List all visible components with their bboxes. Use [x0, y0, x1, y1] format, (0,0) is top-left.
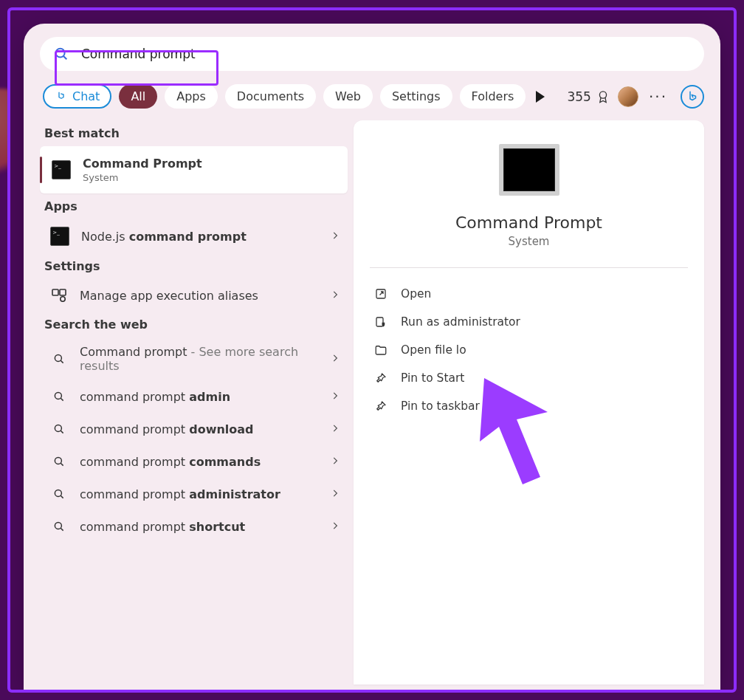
web-result-label: command prompt shortcut [80, 520, 330, 534]
nodejs-cmd-icon [50, 227, 69, 246]
svg-line-10 [61, 398, 63, 400]
shield-admin-icon [374, 315, 388, 329]
filter-row: Chat All Apps Documents Web Settings Fol… [40, 83, 704, 120]
section-web: Search the web [44, 318, 343, 332]
filter-apps[interactable]: Apps [165, 84, 218, 109]
action-open-file-location[interactable]: Open file lo [370, 336, 688, 364]
svg-line-14 [61, 463, 63, 465]
action-run-as-administrator[interactable]: Run as administrator [370, 308, 688, 336]
pin-icon [374, 371, 388, 385]
search-panel: Chat All Apps Documents Web Settings Fol… [24, 24, 720, 690]
web-result[interactable]: command prompt shortcut [40, 510, 348, 543]
search-icon [52, 422, 66, 436]
svg-point-9 [55, 392, 61, 399]
svg-rect-5 [60, 289, 66, 295]
bing-icon [686, 90, 699, 103]
search-icon [52, 352, 66, 366]
svg-point-17 [55, 522, 61, 529]
search-icon [52, 390, 66, 403]
web-result-label: command prompt commands [80, 455, 330, 469]
web-result[interactable]: command prompt administrator [40, 478, 348, 510]
filter-all[interactable]: All [119, 84, 157, 109]
section-apps: Apps [44, 199, 343, 213]
settings-result-label: Manage app execution aliases [80, 289, 330, 303]
app-result-label: Node.js command prompt [81, 230, 330, 244]
filter-folders[interactable]: Folders [460, 84, 526, 109]
folder-icon [374, 343, 388, 357]
rewards-medal-icon [596, 89, 610, 104]
best-match-result[interactable]: Command Prompt System [40, 146, 348, 193]
svg-point-7 [55, 354, 61, 361]
open-icon [374, 287, 388, 301]
chevron-right-icon [330, 422, 340, 436]
svg-line-12 [61, 430, 63, 433]
svg-point-15 [55, 490, 61, 496]
action-pin-to-taskbar[interactable]: Pin to taskbar [370, 392, 688, 420]
svg-line-16 [61, 495, 63, 498]
chat-label: Chat [72, 89, 100, 103]
more-menu-button[interactable]: ··· [646, 88, 670, 106]
app-alias-icon [50, 286, 68, 304]
svg-line-18 [61, 528, 63, 530]
search-bar[interactable] [40, 37, 704, 71]
web-result[interactable]: command prompt download [40, 413, 348, 445]
points-value: 355 [567, 89, 590, 104]
web-result[interactable]: command prompt admin [40, 380, 348, 413]
bing-button[interactable] [681, 85, 704, 109]
chevron-right-icon [330, 352, 340, 366]
best-match-title: Command Prompt [83, 157, 202, 171]
chat-pill[interactable]: Chat [43, 84, 111, 109]
settings-result[interactable]: Manage app execution aliases [40, 279, 348, 312]
bing-chat-icon [55, 90, 68, 103]
svg-point-0 [56, 49, 65, 58]
best-match-subtitle: System [83, 172, 339, 183]
divider [370, 267, 688, 268]
chevron-right-icon [330, 520, 340, 534]
command-prompt-icon [52, 160, 71, 179]
app-result[interactable]: Node.js command prompt [40, 219, 348, 253]
search-icon [53, 46, 69, 62]
search-input[interactable] [80, 46, 691, 62]
svg-point-11 [55, 425, 61, 431]
detail-title: Command Prompt [370, 213, 688, 232]
svg-line-8 [61, 360, 63, 363]
web-result-label: command prompt admin [80, 390, 330, 404]
chevron-right-icon [330, 230, 340, 244]
chevron-right-icon [330, 289, 340, 303]
svg-point-13 [55, 457, 61, 464]
svg-point-2 [56, 91, 67, 102]
filter-documents[interactable]: Documents [225, 84, 316, 109]
detail-pane: Command Prompt System Open Run as admini… [354, 120, 704, 684]
action-pin-to-start[interactable]: Pin to Start [370, 364, 688, 392]
chevron-right-icon [330, 390, 340, 404]
pin-icon [374, 399, 388, 413]
search-icon [52, 487, 66, 501]
action-open[interactable]: Open [370, 280, 688, 308]
section-best-match: Best match [44, 126, 343, 140]
detail-app-icon [499, 144, 559, 196]
more-filters-arrow-icon[interactable] [536, 91, 545, 103]
chevron-right-icon [330, 487, 340, 501]
svg-rect-4 [52, 289, 58, 295]
results-column: Best match Command Prompt System Apps No… [40, 120, 351, 684]
rewards-points[interactable]: 355 [567, 89, 610, 104]
chevron-right-icon [330, 455, 340, 469]
svg-line-1 [63, 56, 66, 59]
svg-point-3 [599, 91, 606, 97]
filter-web[interactable]: Web [323, 84, 373, 109]
user-avatar[interactable] [618, 86, 638, 107]
detail-subtitle: System [370, 235, 688, 248]
search-icon [52, 520, 66, 533]
web-result-label: command prompt administrator [80, 487, 330, 501]
web-result-label: command prompt download [80, 422, 330, 436]
web-result-label: Command prompt - See more search results [80, 345, 330, 373]
svg-point-6 [61, 297, 65, 301]
web-result[interactable]: command prompt commands [40, 445, 348, 478]
search-icon [52, 455, 66, 468]
filter-settings[interactable]: Settings [380, 84, 452, 109]
web-result[interactable]: Command prompt - See more search results [40, 337, 348, 380]
section-settings: Settings [44, 259, 343, 273]
